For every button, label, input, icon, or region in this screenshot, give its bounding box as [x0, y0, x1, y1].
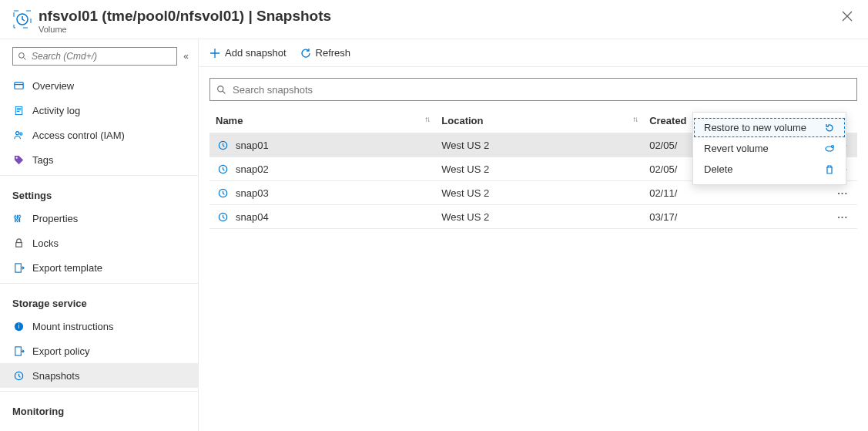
sidebar-item-label: Export template	[32, 262, 102, 274]
snapshot-created: 03/17/	[643, 205, 831, 229]
row-actions-button[interactable]: ···	[837, 187, 851, 199]
svg-point-9	[14, 216, 16, 218]
snapshot-location: West US 2	[435, 157, 643, 181]
page-header: nfsvol01 (tme/pool0/nfsvol01) | Snapshot…	[0, 0, 868, 39]
sidebar-search-input[interactable]	[32, 51, 172, 62]
svg-point-10	[16, 218, 18, 221]
restore-icon	[824, 123, 835, 133]
context-menu: Restore to new volume Revert volume Dele…	[692, 112, 846, 185]
sidebar-item-tags[interactable]: Tags	[0, 147, 198, 172]
sidebar-item-label: Export policy	[32, 345, 89, 357]
ctx-delete[interactable]: Delete	[693, 159, 846, 180]
revert-icon	[824, 143, 835, 154]
sidebar-item-label: Overview	[32, 80, 74, 92]
snapshot-location: West US 2	[435, 181, 643, 205]
snapshot-search[interactable]	[209, 78, 857, 101]
sidebar-item-export-policy[interactable]: Export policy	[0, 338, 198, 363]
ctx-restore[interactable]: Restore to new volume	[693, 117, 846, 138]
svg-point-18	[218, 86, 223, 91]
svg-point-8	[15, 157, 17, 158]
refresh-label: Refresh	[316, 47, 351, 59]
svg-rect-3	[14, 82, 22, 88]
svg-rect-12	[15, 242, 22, 247]
sidebar-item-locks[interactable]: Locks	[0, 231, 198, 255]
volume-clock-icon	[12, 9, 32, 29]
sidebar-item-label: Properties	[32, 213, 78, 224]
page-subtitle: Volume	[39, 25, 331, 34]
overview-icon	[12, 80, 25, 92]
log-icon	[12, 105, 25, 116]
sidebar-item-label: Access control (IAM)	[32, 130, 125, 141]
svg-point-2	[19, 53, 25, 59]
metrics-icon	[12, 429, 25, 432]
sidebar-item-label: Snapshots	[32, 370, 79, 382]
snapshot-name: snap01	[236, 140, 269, 151]
sidebar-item-metrics[interactable]: Metrics	[0, 422, 198, 431]
table-row[interactable]: snap04West US 203/17/···	[209, 205, 857, 229]
iam-icon	[12, 130, 25, 141]
sidebar-item-properties[interactable]: Properties	[0, 206, 198, 231]
snapshot-name: snap03	[236, 187, 269, 199]
sidebar-item-snapshots[interactable]: Snapshots	[0, 363, 198, 388]
policy-icon	[12, 345, 25, 357]
toolbar: Add snapshot Refresh	[199, 39, 868, 67]
snapshot-name: snap02	[236, 163, 269, 175]
snapshot-location: West US 2	[435, 205, 643, 229]
sidebar-item-label: Metrics	[32, 429, 65, 432]
sidebar-item-label: Locks	[32, 237, 59, 249]
add-snapshot-label: Add snapshot	[225, 47, 287, 59]
sidebar-section: Settings	[0, 179, 198, 206]
page-title: nfsvol01 (tme/pool0/nfsvol01) | Snapshot…	[39, 8, 331, 25]
delete-icon	[824, 164, 835, 175]
sidebar-item-mount-instructions[interactable]: iMount instructions	[0, 314, 198, 338]
snapshot-name: snap04	[236, 211, 269, 223]
sort-icon: ↑↓	[424, 115, 429, 123]
sidebar-item-label: Tags	[32, 154, 53, 166]
svg-rect-16	[15, 346, 21, 355]
row-actions-button[interactable]: ···	[837, 211, 851, 223]
search-icon	[216, 85, 226, 95]
svg-text:i: i	[18, 322, 19, 330]
sidebar: « OverviewActivity logAccess control (IA…	[0, 39, 199, 431]
svg-point-7	[19, 133, 22, 135]
snapshot-search-input[interactable]	[233, 84, 850, 96]
sidebar-item-label: Activity log	[32, 105, 80, 116]
svg-point-11	[18, 215, 21, 217]
export-icon	[12, 262, 25, 274]
sidebar-item-export-template[interactable]: Export template	[0, 255, 198, 280]
close-button[interactable]	[839, 8, 856, 28]
svg-point-24	[832, 145, 834, 147]
props-icon	[12, 213, 25, 224]
ctx-revert[interactable]: Revert volume	[693, 138, 846, 159]
snapshot-location: West US 2	[435, 133, 643, 157]
sidebar-item-label: Mount instructions	[32, 321, 114, 332]
refresh-icon	[300, 48, 311, 59]
refresh-button[interactable]: Refresh	[300, 47, 351, 59]
sidebar-item-activity-log[interactable]: Activity log	[0, 98, 198, 123]
plus-icon	[209, 48, 220, 59]
main-panel: Add snapshot Refresh Name↑↓ Locatio	[199, 39, 868, 431]
sidebar-item-access-control-iam-[interactable]: Access control (IAM)	[0, 123, 198, 147]
sidebar-section: Monitoring	[0, 395, 198, 422]
collapse-sidebar-button[interactable]: «	[183, 51, 189, 62]
column-location[interactable]: Location↑↓	[435, 109, 643, 133]
snapshot-icon	[12, 370, 25, 382]
svg-rect-13	[15, 263, 21, 271]
snapshot-icon	[216, 138, 230, 152]
snapshot-icon	[216, 162, 230, 176]
search-icon	[18, 52, 27, 61]
add-snapshot-button[interactable]: Add snapshot	[209, 47, 287, 59]
snapshot-icon	[216, 210, 230, 224]
snapshot-icon	[216, 186, 230, 200]
locks-icon	[12, 237, 25, 249]
svg-point-6	[15, 131, 18, 134]
sidebar-section: Storage service	[0, 287, 198, 314]
mount-icon: i	[12, 321, 25, 332]
sort-icon: ↑↓	[632, 115, 637, 123]
sidebar-item-overview[interactable]: Overview	[0, 73, 198, 98]
tags-icon	[12, 154, 25, 166]
column-name[interactable]: Name↑↓	[209, 109, 435, 133]
sidebar-search[interactable]	[12, 47, 177, 66]
